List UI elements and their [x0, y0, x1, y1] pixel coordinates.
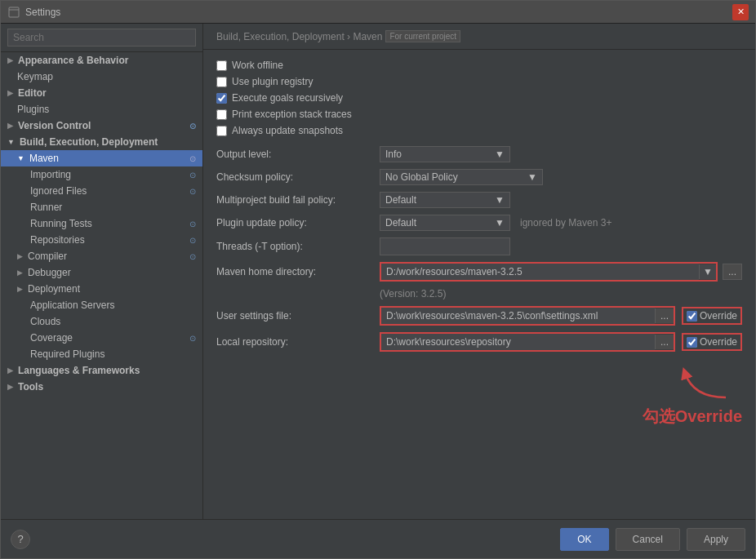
sidebar-item-coverage[interactable]: Coverage ⊙ [1, 330, 202, 346]
sidebar-item-repositories[interactable]: Repositories ⊙ [1, 232, 202, 248]
execute-goals-row: Execute goals recursively [216, 92, 742, 104]
svg-rect-0 [9, 7, 19, 17]
sidebar-item-editor[interactable]: ▶ Editor [1, 85, 202, 101]
main-area: ▶ Appearance & Behavior Keymap ▶ Editor … [1, 24, 755, 519]
multiproject-dropdown[interactable]: Default ▼ [380, 192, 510, 208]
sidebar-item-application-servers[interactable]: Application Servers [1, 297, 202, 313]
sidebar: ▶ Appearance & Behavior Keymap ▶ Editor … [1, 24, 203, 519]
local-repo-input[interactable] [381, 334, 655, 350]
sidebar-item-label: Deployment [28, 283, 80, 295]
bottom-bar: ? OK Cancel Apply [1, 519, 755, 558]
sidebar-item-label: Editor [18, 87, 47, 99]
breadcrumb-path: Build, Execution, Deployment › Maven [216, 31, 382, 42]
plugin-update-hint: ignored by Maven 3+ [520, 217, 611, 228]
sidebar-item-ignored-files[interactable]: Ignored Files ⊙ [1, 183, 202, 199]
output-level-control: Info ▼ [380, 146, 742, 162]
close-button[interactable]: ✕ [732, 4, 749, 20]
sidebar-item-languages[interactable]: ▶ Languages & Frameworks [1, 362, 202, 379]
arrow-icon: ▼ [7, 138, 15, 146]
sidebar-item-maven[interactable]: ▼ Maven ⊙ [1, 150, 202, 166]
local-repo-override-checkbox[interactable] [687, 337, 697, 348]
sidebar-item-label: Running Tests [30, 218, 92, 229]
sidebar-item-runner[interactable]: Runner [1, 199, 202, 215]
checksum-policy-value: No Global Policy [385, 171, 458, 183]
search-input[interactable] [7, 29, 196, 47]
apply-button[interactable]: Apply [687, 528, 745, 551]
checksum-policy-label: Checksum policy: [216, 171, 380, 183]
print-exception-checkbox[interactable] [216, 109, 227, 120]
always-update-checkbox[interactable] [216, 126, 227, 136]
output-level-value: Info [385, 149, 402, 160]
sync-icon: ⊙ [189, 187, 196, 196]
sidebar-item-label: Ignored Files [30, 185, 87, 197]
output-level-dropdown[interactable]: Info ▼ [380, 146, 510, 162]
arrow-icon: ▼ [17, 154, 24, 162]
maven-home-dropdown-arrow[interactable]: ▼ [699, 264, 716, 279]
sync-icon: ⊙ [189, 252, 196, 261]
cancel-button[interactable]: Cancel [616, 528, 680, 551]
user-settings-input[interactable] [381, 308, 655, 324]
sidebar-item-label: Languages & Frameworks [18, 365, 140, 376]
arrow-icon: ▶ [17, 285, 23, 293]
output-level-row: Output level: Info ▼ [216, 146, 742, 162]
help-button[interactable]: ? [11, 530, 30, 549]
user-settings-override-container: Override [682, 307, 742, 325]
maven-home-browse-button[interactable]: ... [723, 264, 742, 280]
sync-icon: ⊙ [189, 171, 196, 180]
user-settings-label: User settings file: [216, 310, 380, 322]
sidebar-item-build-exec[interactable]: ▼ Build, Execution, Deployment [1, 134, 202, 150]
threads-control [380, 237, 742, 255]
execute-goals-checkbox[interactable] [216, 93, 227, 104]
multiproject-value: Default [385, 194, 416, 206]
sidebar-item-label: Appearance & Behavior [18, 55, 128, 66]
local-repo-browse-button[interactable]: ... [655, 335, 674, 349]
dropdown-arrow-icon: ▼ [495, 149, 505, 160]
sidebar-item-importing[interactable]: Importing ⊙ [1, 166, 202, 183]
maven-home-input[interactable] [381, 264, 699, 280]
sidebar-item-compiler[interactable]: ▶ Compiler ⊙ [1, 248, 202, 264]
window-title: Settings [25, 7, 732, 18]
threads-input[interactable] [380, 237, 510, 255]
sidebar-item-debugger[interactable]: ▶ Debugger [1, 264, 202, 281]
arrow-graphic [677, 365, 742, 406]
local-repo-label: Local repository: [216, 336, 380, 348]
checksum-policy-dropdown[interactable]: No Global Policy ▼ [380, 169, 543, 185]
sidebar-item-version-control[interactable]: ▶ Version Control ⊙ [1, 118, 202, 134]
print-exception-row: Print exception stack traces [216, 109, 742, 120]
user-settings-override-checkbox[interactable] [687, 311, 697, 322]
ok-button[interactable]: OK [560, 528, 608, 551]
checksum-policy-row: Checksum policy: No Global Policy ▼ [216, 169, 742, 185]
local-repo-override-container: Override [682, 333, 742, 351]
threads-row: Threads (-T option): [216, 237, 742, 255]
sidebar-item-label: Application Servers [30, 299, 114, 311]
use-plugin-registry-checkbox[interactable] [216, 77, 227, 87]
plugin-update-dropdown[interactable]: Default ▼ [380, 215, 510, 231]
checksum-policy-control: No Global Policy ▼ [380, 169, 742, 185]
settings-window: Settings ✕ ▶ Appearance & Behavior Keyma… [0, 0, 756, 559]
sidebar-item-required-plugins[interactable]: Required Plugins [1, 346, 202, 362]
sidebar-item-label: Keymap [17, 71, 53, 82]
sidebar-item-running-tests[interactable]: Running Tests ⊙ [1, 215, 202, 232]
arrow-icon: ▶ [7, 122, 13, 130]
sidebar-item-label: Build, Execution, Deployment [20, 136, 158, 148]
use-plugin-registry-label: Use plugin registry [232, 76, 313, 87]
user-settings-browse-button[interactable]: ... [655, 308, 674, 323]
sidebar-item-deployment[interactable]: ▶ Deployment [1, 281, 202, 297]
maven-home-label: Maven home directory: [216, 266, 380, 277]
always-update-label: Always update snapshots [232, 125, 343, 136]
sidebar-item-appearance[interactable]: ▶ Appearance & Behavior [1, 52, 202, 69]
sidebar-item-label: Compiler [28, 251, 67, 262]
dropdown-arrow-icon: ▼ [495, 194, 505, 206]
work-offline-label: Work offline [232, 60, 283, 71]
multiproject-label: Multiproject build fail policy: [216, 194, 380, 206]
sidebar-item-clouds[interactable]: Clouds [1, 313, 202, 330]
sidebar-item-keymap[interactable]: Keymap [1, 69, 202, 85]
arrow-icon: ▶ [7, 89, 13, 97]
sidebar-item-plugins[interactable]: Plugins [1, 101, 202, 118]
annotation-group: 勾选Override [643, 365, 742, 428]
maven-panel: Work offline Use plugin registry Execute… [203, 50, 755, 519]
user-settings-row: User settings file: ... Override [216, 306, 742, 326]
annotation-text: 勾选Override [643, 406, 742, 428]
work-offline-checkbox[interactable] [216, 60, 227, 71]
sidebar-item-tools[interactable]: ▶ Tools [1, 379, 202, 395]
